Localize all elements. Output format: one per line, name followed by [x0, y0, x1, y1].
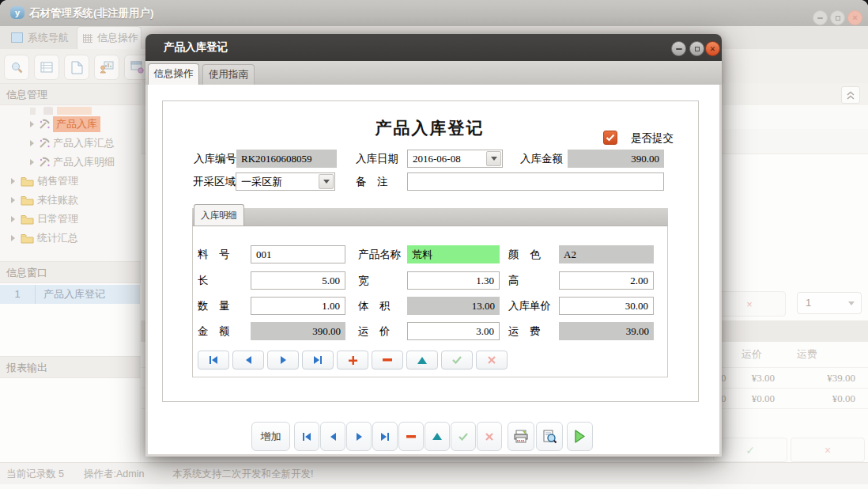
print-preview-button[interactable] [536, 422, 563, 451]
width-label: 宽 [358, 271, 369, 290]
list-view-button[interactable] [34, 55, 59, 80]
first-record-icon [209, 356, 218, 364]
mining-area-label: 开采区域 [193, 172, 236, 191]
collapse-panel-button[interactable] [841, 86, 860, 104]
folder-icon [21, 176, 34, 187]
prev-record-icon [245, 356, 252, 364]
expand-arrow-icon[interactable] [11, 235, 15, 241]
table-header-freight-price: 运价 [742, 342, 762, 367]
color-label: 颜 色 [508, 245, 541, 263]
window-list-item[interactable]: 1 产品入库登记 [0, 285, 140, 304]
print-button[interactable] [508, 422, 534, 451]
detail-tab[interactable]: 入库明细 [194, 204, 244, 226]
sidebar-section-info-window[interactable]: 信息窗口 [0, 261, 141, 283]
confirm-button[interactable] [451, 422, 476, 451]
tree-item-product-storage[interactable]: 产品入库 [0, 116, 141, 133]
pickaxe-icon [39, 138, 51, 149]
expand-arrow-icon[interactable] [11, 216, 15, 222]
detail-next-button[interactable] [267, 351, 299, 370]
tree-item-storage-summary[interactable]: 产品入库汇总 [0, 135, 141, 152]
page-selector-dropdown[interactable]: 1 [797, 292, 862, 314]
detail-confirm-button[interactable] [441, 351, 473, 370]
user-chart-button[interactable] [94, 55, 119, 80]
table-cell: ¥0.00 [791, 389, 855, 409]
user-chart-icon [100, 61, 114, 74]
detail-delete-button[interactable] [372, 351, 403, 370]
remark-field[interactable] [407, 172, 664, 191]
dialog-tab-info-operation[interactable]: 信息操作 [148, 63, 199, 85]
tab-info-operation[interactable]: 信息操作 [77, 26, 142, 49]
detail-first-button[interactable] [198, 351, 229, 370]
dialog-close-button[interactable]: × [705, 41, 720, 56]
detail-prev-button[interactable] [232, 351, 264, 370]
detail-add-button[interactable] [337, 351, 368, 370]
folder-icon [21, 233, 34, 244]
sidebar-section-info-mgmt[interactable]: 信息管理 [0, 83, 141, 105]
minus-icon [406, 435, 416, 438]
length-field[interactable]: 5.00 [251, 271, 345, 290]
plus-icon [349, 356, 357, 365]
table-header-freight-cost: 运费 [797, 342, 817, 367]
status-bar: 当前记录数 5 操作者:Admin 本系统支持二次开发和全新开发! [0, 462, 868, 485]
freight-price-label: 运 价 [358, 322, 391, 340]
detail-edit-button[interactable] [406, 351, 438, 370]
prev-record-button[interactable] [320, 422, 345, 451]
product-name-field[interactable]: 荒料 [407, 245, 500, 263]
submit-checkbox[interactable] [603, 131, 617, 145]
material-no-field[interactable]: 001 [251, 245, 345, 263]
window-icon [130, 61, 144, 74]
sidebar-section-report-output[interactable]: 报表输出 [0, 356, 141, 378]
storage-no-label: 入库编号 [194, 150, 236, 168]
search-button[interactable] [4, 55, 29, 80]
tree-item-sales-mgmt[interactable]: 销售管理 [0, 172, 141, 190]
background-delete-button[interactable]: × [713, 291, 786, 317]
detail-cancel-button[interactable] [476, 351, 508, 370]
expand-arrow-icon[interactable] [11, 178, 15, 184]
expand-arrow-icon[interactable] [30, 121, 34, 127]
width-field[interactable]: 1.30 [407, 271, 500, 290]
app-maximize-button[interactable] [830, 10, 845, 25]
close-icon: × [852, 13, 857, 22]
background-confirm-button[interactable]: ✓ [713, 438, 787, 462]
add-record-button[interactable]: 增加 [251, 422, 290, 451]
freight-price-field[interactable]: 3.00 [407, 322, 500, 340]
dropdown-arrow-icon [491, 157, 497, 161]
last-record-icon [313, 356, 323, 364]
tree-item-partial [0, 105, 140, 115]
run-button[interactable] [567, 422, 593, 451]
cancel-button[interactable] [477, 422, 502, 451]
tab-system-nav[interactable]: 系统导航 [6, 26, 74, 49]
height-field[interactable]: 2.00 [559, 271, 654, 290]
dialog-minimize-button[interactable] [671, 41, 686, 56]
combo-dropdown-button[interactable] [319, 174, 334, 189]
combo-dropdown-button[interactable] [486, 151, 501, 166]
next-record-button[interactable] [346, 422, 372, 451]
dialog-tab-user-guide[interactable]: 使用指南 [202, 64, 255, 85]
expand-arrow-icon[interactable] [30, 140, 34, 146]
last-record-button[interactable] [372, 422, 398, 451]
edit-record-button[interactable] [425, 422, 450, 451]
unit-price-field[interactable]: 30.00 [559, 297, 654, 315]
expand-arrow-icon[interactable] [30, 159, 34, 165]
product-name-label: 产品名称 [358, 245, 401, 263]
tree-item-daily-mgmt[interactable]: 日常管理 [0, 210, 141, 228]
next-record-icon [280, 356, 287, 364]
delete-record-button[interactable] [398, 422, 424, 451]
table-cell-clipped: 0 [721, 389, 730, 409]
dialog-maximize-button[interactable] [689, 41, 704, 56]
tree-item-accounts[interactable]: 来往账款 [0, 191, 141, 209]
app-close-button[interactable]: × [847, 10, 862, 25]
tree-item-statistics[interactable]: 统计汇总 [0, 229, 141, 247]
new-doc-button[interactable] [64, 55, 89, 80]
quantity-field[interactable]: 1.00 [251, 297, 345, 315]
storage-amount-label: 入库金额 [520, 150, 563, 168]
volume-field: 13.00 [407, 297, 500, 315]
storage-date-combo[interactable]: 2016-06-08 [407, 150, 503, 168]
mining-area-combo[interactable]: 一采区新 [236, 172, 335, 191]
first-record-button[interactable] [294, 422, 319, 451]
app-minimize-button[interactable] [813, 10, 828, 25]
expand-arrow-icon[interactable] [11, 197, 15, 203]
background-cancel-button[interactable]: × [791, 438, 865, 462]
tree-item-storage-detail[interactable]: 产品入库明细 [0, 154, 141, 171]
detail-last-button[interactable] [302, 351, 334, 370]
